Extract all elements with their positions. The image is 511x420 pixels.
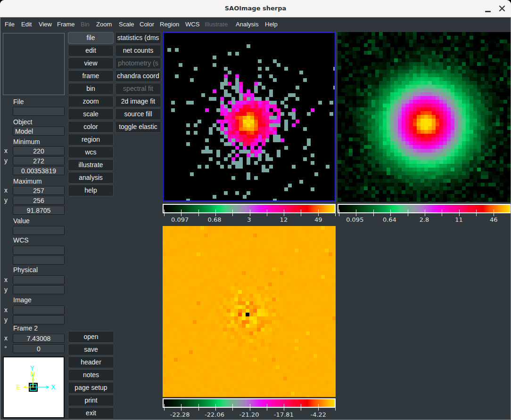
nav-button-bin[interactable]: bin xyxy=(68,83,114,95)
nav-button-frame[interactable]: frame xyxy=(68,70,114,82)
tick-label: 49 xyxy=(299,217,337,223)
nav-button-analysis[interactable]: analysis xyxy=(68,172,114,184)
analysis-button-source-fill[interactable]: source fill xyxy=(115,108,161,120)
entry-image-y[interactable] xyxy=(13,315,65,324)
colorbar-tick xyxy=(459,210,460,216)
close-icon-svg xyxy=(499,5,505,12)
analysis-button-photometry-s[interactable]: photometry (s xyxy=(115,57,161,69)
menu-analysis[interactable]: Analysis xyxy=(236,17,258,31)
tick-label: 0.095 xyxy=(336,217,374,223)
menubar: File Edit View Frame Bin Zoom Scale Colo… xyxy=(0,17,511,31)
close-icon xyxy=(499,5,505,12)
analysis-button-statistics-dms[interactable]: statistics (dms xyxy=(115,32,161,44)
field-label-maximum: Maximum xyxy=(13,177,42,186)
colorbar-tick xyxy=(301,404,301,411)
entry-wcs-2[interactable] xyxy=(13,256,65,265)
row-prefix-label: y xyxy=(4,156,11,165)
entry-file[interactable] xyxy=(13,107,65,116)
nav-button-scale[interactable]: scale xyxy=(68,108,114,120)
frame-3-residual-image[interactable] xyxy=(163,226,336,397)
window-border-left xyxy=(0,17,0,420)
row-prefix-label: x xyxy=(4,146,11,155)
menu-frame[interactable]: Frame xyxy=(57,17,75,31)
colorbar-tick xyxy=(335,210,336,216)
colorbar-2 xyxy=(338,204,511,213)
colorbar-tick xyxy=(356,210,356,216)
tick-label: -22.06 xyxy=(196,412,233,418)
frame-2-model-image[interactable] xyxy=(338,32,511,202)
colorbar-2-gradient xyxy=(338,205,510,212)
analysis-button-toggle-elastic[interactable]: toggle elastic xyxy=(115,121,161,133)
app-window: SAOImage sherpa File Edit View Frame Bin… xyxy=(0,0,511,420)
menu-file[interactable]: File xyxy=(5,17,15,31)
entry-maximum-3[interactable] xyxy=(13,206,65,215)
entry-image-x[interactable] xyxy=(13,306,65,315)
entry-minimum-3[interactable] xyxy=(13,166,65,175)
colorbar-tick xyxy=(335,404,336,411)
nav-button-zoom[interactable]: zoom xyxy=(68,96,114,107)
colorbar-tick xyxy=(267,404,267,411)
entry-maximum-y[interactable] xyxy=(13,196,65,205)
entry-minimum-y[interactable] xyxy=(13,156,65,165)
menu-view[interactable]: View xyxy=(39,17,52,31)
frame-1-data-image[interactable] xyxy=(163,32,336,202)
file-button-notes[interactable]: notes xyxy=(68,369,114,381)
menu-scale[interactable]: Scale xyxy=(119,17,134,31)
entry-wcs-1[interactable] xyxy=(13,246,65,255)
colorbar-tick xyxy=(442,210,442,216)
analysis-button-chandra-coord[interactable]: chandra coord xyxy=(115,70,161,82)
menu-help[interactable]: Help xyxy=(265,17,278,31)
colorbar-tick xyxy=(301,210,301,216)
menu-zoom[interactable]: Zoom xyxy=(96,17,112,31)
file-button-exit[interactable]: exit xyxy=(68,407,114,419)
colorbar-tick xyxy=(198,404,199,411)
entry-frame-2-°[interactable] xyxy=(13,344,65,353)
analysis-button-2d-image-fit[interactable]: 2d image fit xyxy=(115,96,161,107)
nav-button-illustrate[interactable]: illustrate xyxy=(68,159,114,171)
nav-button-help[interactable]: help xyxy=(68,185,114,196)
analysis-button-spectral-fit[interactable]: spectral fit xyxy=(115,83,161,95)
colorbar-1-gradient xyxy=(164,205,335,212)
file-button-open[interactable]: open xyxy=(68,331,114,343)
frame-2-canvas xyxy=(338,32,511,202)
file-button-save[interactable]: save xyxy=(68,344,114,355)
colorbar-tick xyxy=(390,210,391,216)
entry-minimum-x[interactable] xyxy=(13,146,65,155)
nav-button-wcs[interactable]: wcs xyxy=(68,146,114,158)
file-button-page-setup[interactable]: page setup xyxy=(68,382,114,394)
entry-physical-x[interactable] xyxy=(13,275,65,284)
frame-3-canvas xyxy=(163,226,336,397)
row-prefix-label: x xyxy=(4,275,11,284)
entry-object[interactable] xyxy=(13,127,65,136)
entry-frame-2-x[interactable] xyxy=(13,334,65,343)
colorbar-tick xyxy=(181,210,181,216)
entry-physical-y[interactable] xyxy=(13,285,65,294)
nav-button-color[interactable]: color xyxy=(68,121,114,133)
colorbar-tick xyxy=(181,404,181,411)
minimize-button[interactable] xyxy=(481,0,495,17)
file-button-print[interactable]: print xyxy=(68,395,114,406)
analysis-button-net-counts[interactable]: net counts xyxy=(115,45,161,57)
entry-maximum-x[interactable] xyxy=(13,186,65,195)
field-label-value: Value xyxy=(13,217,30,226)
colorbar-tick xyxy=(284,404,284,411)
panner-compass[interactable]: X Y N E xyxy=(3,356,65,418)
file-button-header[interactable]: header xyxy=(68,356,114,368)
menu-wcs[interactable]: WCS xyxy=(185,17,199,31)
menu-edit[interactable]: Edit xyxy=(21,17,32,31)
nav-button-file[interactable]: file xyxy=(68,32,114,44)
compass-north-label: N xyxy=(30,371,35,378)
colorbar-tick xyxy=(250,404,250,411)
field-label-frame-2: Frame 2 xyxy=(13,324,38,333)
menu-illustrate[interactable]: Illustrate xyxy=(205,17,228,31)
tick-label: 0.68 xyxy=(196,217,233,223)
entry-value[interactable] xyxy=(13,226,65,235)
close-button[interactable] xyxy=(495,0,509,17)
nav-button-edit[interactable]: edit xyxy=(68,45,114,57)
menu-color[interactable]: Color xyxy=(140,17,154,31)
nav-button-region[interactable]: region xyxy=(68,134,114,145)
nav-button-view[interactable]: view xyxy=(68,57,114,69)
colorbar-tick xyxy=(318,210,319,216)
menu-bin[interactable]: Bin xyxy=(81,17,90,31)
menu-region[interactable]: Region xyxy=(160,17,179,31)
